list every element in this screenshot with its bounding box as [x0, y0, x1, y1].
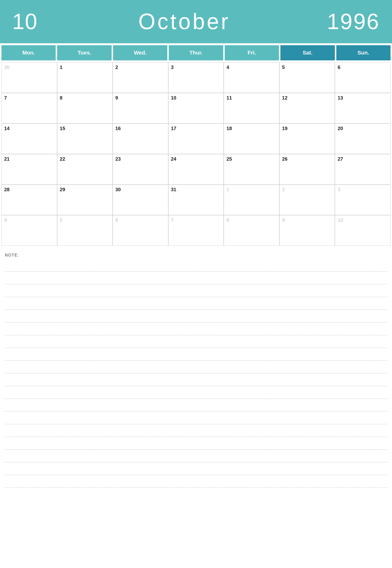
cal-day-5-1[interactable]: 5 — [57, 215, 113, 246]
cal-day-0-6[interactable]: 6 — [335, 62, 391, 93]
cal-day-2-5[interactable]: 19 — [280, 123, 335, 154]
note-line-0[interactable] — [5, 259, 387, 272]
cal-day-3-6[interactable]: 27 — [335, 154, 391, 185]
dow-cell-fri: Fri. — [225, 45, 279, 60]
note-line-16[interactable] — [5, 462, 387, 475]
note-line-13[interactable] — [5, 424, 387, 437]
note-line-10[interactable] — [5, 386, 387, 399]
cal-day-1-2[interactable]: 9 — [112, 93, 168, 123]
note-line-2[interactable] — [5, 284, 387, 297]
calendar-header: 10 October 1996 — [0, 0, 392, 43]
note-line-9[interactable] — [5, 373, 387, 386]
cal-day-4-6[interactable]: 3 — [335, 185, 391, 215]
cal-day-4-0[interactable]: 28 — [1, 185, 57, 215]
cal-day-1-5[interactable]: 12 — [280, 93, 335, 123]
note-line-4[interactable] — [5, 310, 387, 323]
note-line-8[interactable] — [5, 361, 387, 373]
cal-day-0-4[interactable]: 4 — [224, 62, 280, 93]
cal-day-5-5[interactable]: 9 — [280, 215, 335, 246]
note-line-1[interactable] — [5, 272, 387, 284]
cal-day-3-2[interactable]: 23 — [112, 154, 168, 185]
cal-day-5-6[interactable]: 10 — [335, 215, 391, 246]
note-label: NOTE: — [5, 253, 387, 257]
month-number: 10 — [12, 9, 42, 34]
month-name: October — [42, 9, 327, 34]
note-line-3[interactable] — [5, 297, 387, 310]
cal-day-1-4[interactable]: 11 — [224, 93, 280, 123]
cal-day-0-0[interactable]: 30 — [1, 62, 57, 93]
note-line-5[interactable] — [5, 323, 387, 335]
cal-day-1-0[interactable]: 7 — [1, 93, 57, 123]
note-line-7[interactable] — [5, 348, 387, 361]
cal-day-5-3[interactable]: 7 — [168, 215, 224, 246]
days-of-week-row: Mon.Tues.Wed.Thur.Fri.Sat.Sun. — [0, 43, 392, 62]
cal-day-3-3[interactable]: 24 — [168, 154, 224, 185]
cal-day-1-6[interactable]: 13 — [335, 93, 391, 123]
note-line-15[interactable] — [5, 450, 387, 462]
cal-day-5-4[interactable]: 8 — [224, 215, 280, 246]
cal-day-2-4[interactable]: 18 — [224, 123, 280, 154]
cal-day-0-5[interactable]: 5 — [280, 62, 335, 93]
cal-day-5-2[interactable]: 6 — [112, 215, 168, 246]
year: 1996 — [327, 9, 380, 34]
dow-cell-sun: Sun. — [336, 45, 391, 60]
cal-day-0-1[interactable]: 1 — [57, 62, 113, 93]
cal-day-4-3[interactable]: 31 — [168, 185, 224, 215]
note-line-14[interactable] — [5, 437, 387, 450]
cal-day-1-1[interactable]: 8 — [57, 93, 113, 123]
cal-day-2-3[interactable]: 17 — [168, 123, 224, 154]
note-line-17[interactable] — [5, 475, 387, 488]
cal-day-4-2[interactable]: 30 — [112, 185, 168, 215]
cal-day-0-3[interactable]: 3 — [168, 62, 224, 93]
note-line-12[interactable] — [5, 412, 387, 424]
cal-day-5-0[interactable]: 4 — [1, 215, 57, 246]
calendar-grid: 3012345678910111213141516171819202122232… — [0, 62, 392, 246]
cal-day-4-1[interactable]: 29 — [57, 185, 113, 215]
cal-day-2-2[interactable]: 16 — [112, 123, 168, 154]
cal-day-1-3[interactable]: 10 — [168, 93, 224, 123]
dow-cell-wed: Wed. — [113, 45, 167, 60]
note-line-11[interactable] — [5, 399, 387, 412]
cal-day-4-5[interactable]: 2 — [280, 185, 335, 215]
note-line-6[interactable] — [5, 335, 387, 348]
cal-day-0-2[interactable]: 2 — [112, 62, 168, 93]
dow-cell-thur: Thur. — [169, 45, 223, 60]
note-lines — [5, 259, 387, 488]
cal-day-3-1[interactable]: 22 — [57, 154, 113, 185]
cal-day-2-6[interactable]: 20 — [335, 123, 391, 154]
cal-day-4-4[interactable]: 1 — [224, 185, 280, 215]
cal-day-3-4[interactable]: 25 — [224, 154, 280, 185]
note-section: NOTE: — [0, 246, 392, 490]
cal-day-3-0[interactable]: 21 — [1, 154, 57, 185]
cal-day-2-1[interactable]: 15 — [57, 123, 113, 154]
dow-cell-tues: Tues. — [57, 45, 111, 60]
dow-cell-mon: Mon. — [1, 45, 56, 60]
dow-cell-sat: Sat. — [280, 45, 335, 60]
cal-day-2-0[interactable]: 14 — [1, 123, 57, 154]
cal-day-3-5[interactable]: 26 — [280, 154, 335, 185]
